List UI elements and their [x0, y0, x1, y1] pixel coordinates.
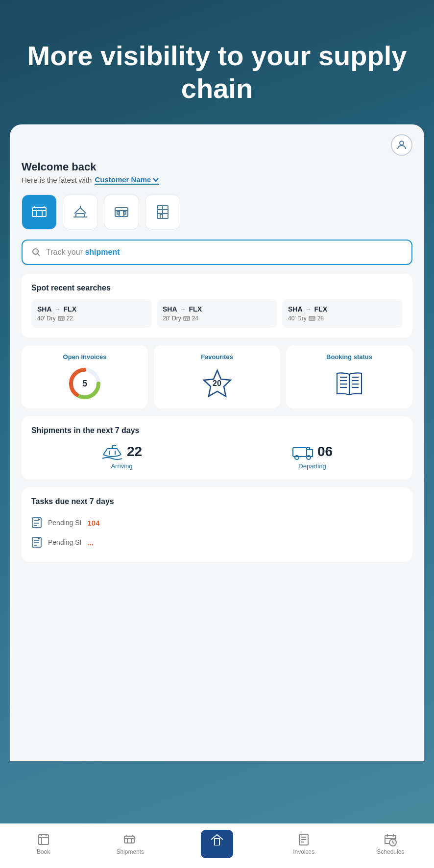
svg-rect-68 — [124, 836, 134, 843]
favourites-count: 20 — [213, 379, 221, 388]
book-nav-icon — [37, 833, 50, 846]
bottom-nav: Book Shipments Home — [0, 823, 434, 868]
shipments-section: Shipments in the next 7 days 22 — [22, 416, 412, 480]
recent-searches-title: Spot recent searches — [31, 284, 403, 292]
svg-rect-23 — [58, 316, 64, 320]
tab-ship[interactable] — [63, 194, 98, 230]
shipments-nav-icon — [123, 833, 137, 846]
svg-point-21 — [33, 249, 38, 254]
quick-actions: Open Invoices 5 Favourites 20 — [22, 345, 412, 409]
invoices-nav-icon — [298, 833, 309, 846]
search-item-3[interactable]: SHA → FLX 40' Dry 28 — [282, 299, 403, 328]
booking-status-card[interactable]: Booking status — [286, 345, 412, 409]
arriving-icon — [101, 443, 123, 460]
nav-shipments-label: Shipments — [116, 848, 144, 855]
svg-rect-27 — [184, 316, 190, 320]
tasks-title: Tasks due next 7 days — [31, 497, 403, 506]
svg-rect-7 — [76, 214, 85, 217]
invoices-donut: 5 — [68, 366, 102, 401]
svg-rect-14 — [117, 212, 120, 214]
svg-line-22 — [38, 254, 40, 256]
shipments-section-title: Shipments in the next 7 days — [31, 426, 403, 435]
category-tabs — [22, 194, 412, 230]
search-item-1[interactable]: SHA → FLX 40' Dry 22 — [31, 299, 152, 328]
nav-shipments[interactable]: Shipments — [113, 833, 147, 855]
open-invoices-card[interactable]: Open Invoices 5 — [22, 345, 148, 409]
arriving-count: 22 — [127, 444, 142, 459]
svg-point-0 — [400, 141, 404, 145]
arriving-stat[interactable]: 22 Arriving — [31, 443, 212, 470]
recent-searches-list: SHA → FLX 40' Dry 22 SHA → FLX 20' Dry — [31, 299, 403, 328]
home-nav-icon — [211, 834, 223, 845]
search-bar[interactable]: Track your shipment — [22, 240, 412, 265]
svg-rect-74 — [215, 839, 219, 845]
nav-home-label: Home — [209, 847, 225, 854]
favourites-card[interactable]: Favourites 20 — [154, 345, 280, 409]
main-card: Welcome back Here is the latest with Cus… — [10, 124, 424, 761]
profile-button[interactable] — [391, 134, 412, 156]
nav-invoices-label: Invoices — [293, 848, 314, 855]
search-item-2[interactable]: SHA → FLX 20' Dry 24 — [157, 299, 277, 328]
svg-rect-20 — [160, 215, 163, 218]
task-row-1[interactable]: Pending SI 104 — [31, 513, 403, 532]
departing-stat[interactable]: 06 Departing — [222, 443, 403, 470]
departing-icon — [292, 443, 313, 460]
booking-status-title: Booking status — [326, 353, 372, 361]
departing-count: 06 — [317, 444, 333, 459]
welcome-subtitle: Here is the latest with Customer Name — [22, 175, 412, 185]
welcome-text: Welcome back — [22, 161, 412, 173]
recent-searches-card: Spot recent searches SHA → FLX 40' Dry 2… — [22, 274, 412, 338]
task-doc-icon-1 — [31, 517, 42, 529]
task-row-2[interactable]: Pending SI ... — [31, 532, 403, 552]
departing-label: Departing — [298, 462, 326, 470]
hero-section: More visibility to your supply chain — [0, 0, 434, 124]
tasks-section: Tasks due next 7 days Pending SI 104 Pen… — [22, 487, 412, 562]
booking-status-icon-wrap — [332, 366, 366, 401]
nav-book[interactable]: Book — [26, 833, 61, 855]
book-icon — [334, 370, 364, 397]
nav-book-label: Book — [37, 848, 50, 855]
open-invoices-title: Open Invoices — [63, 353, 107, 361]
tab-building[interactable] — [145, 194, 180, 230]
task-doc-icon-2 — [31, 536, 42, 548]
favourites-title: Favourites — [201, 353, 233, 361]
tab-cargo[interactable] — [22, 194, 57, 230]
favourites-star-wrap: 20 — [200, 366, 234, 401]
svg-rect-63 — [39, 835, 48, 844]
hero-title: More visibility to your supply chain — [20, 39, 414, 105]
svg-rect-31 — [309, 316, 315, 320]
tab-port[interactable] — [104, 194, 139, 230]
task-count-1: 104 — [88, 519, 100, 527]
nav-schedules-label: Schedules — [377, 848, 404, 855]
invoices-count: 5 — [82, 379, 87, 389]
customer-name-dropdown[interactable]: Customer Name — [95, 175, 159, 185]
nav-schedules[interactable]: Schedules — [373, 833, 408, 855]
svg-rect-52 — [293, 448, 307, 457]
nav-home[interactable]: Home — [200, 830, 234, 858]
svg-rect-15 — [123, 212, 126, 214]
arriving-label: Arriving — [111, 462, 132, 470]
svg-rect-1 — [32, 208, 46, 217]
search-placeholder[interactable]: Track your shipment — [46, 248, 120, 257]
nav-invoices[interactable]: Invoices — [287, 833, 321, 855]
svg-rect-75 — [215, 839, 219, 845]
search-icon — [31, 247, 41, 257]
schedules-nav-icon — [384, 833, 397, 846]
task-count-2: ... — [88, 538, 94, 547]
profile-icon-wrap — [22, 134, 412, 156]
shipments-stats: 22 Arriving 06 Departing — [31, 443, 403, 470]
